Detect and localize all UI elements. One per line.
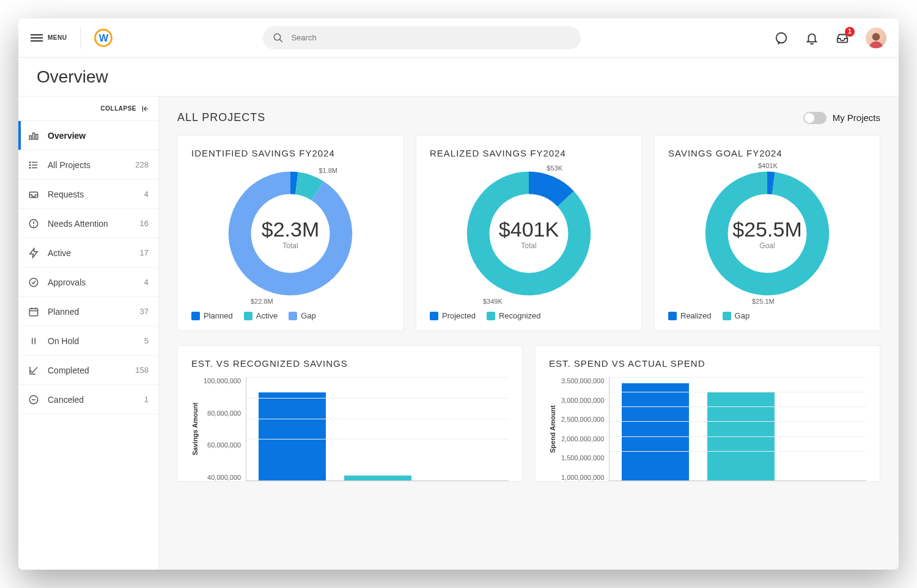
svg-point-20: [29, 278, 38, 287]
search-input[interactable]: [291, 33, 571, 42]
donut-sub: Total: [282, 241, 298, 250]
y-tick: 2,500,000,000: [561, 416, 604, 423]
list-icon: [28, 160, 39, 171]
segment-label-bottom: $22.8M: [251, 298, 273, 305]
sidebar-item-planned[interactable]: Planned 37: [18, 297, 158, 326]
topbar: MENU 1: [18, 18, 899, 57]
sidebar-item-count: 4: [144, 277, 149, 287]
svg-point-12: [29, 161, 31, 163]
y-tick: 40,000,000: [204, 474, 241, 481]
page-header: Overview: [18, 57, 899, 97]
legend-item: Gap: [289, 311, 316, 320]
minus-circle-icon: [28, 394, 39, 405]
card-title: EST. VS RECOGNIZED SAVINGS: [191, 358, 509, 369]
bar: [344, 476, 411, 480]
avatar-icon: [867, 30, 885, 48]
y-tick: 3,500,000,000: [561, 377, 604, 384]
donut-chart: $25.5M Goal $401K $25.1M: [697, 163, 838, 304]
svg-rect-21: [29, 308, 38, 315]
legend-label: Realized: [680, 311, 712, 320]
calendar-icon: [28, 306, 39, 317]
sidebar-item-label: Needs Attention: [48, 219, 108, 229]
sidebar-item-count: 37: [140, 307, 149, 316]
legend-label: Active: [256, 311, 278, 320]
bar-chart: Spend Amount 3,500,000,0003,000,000,0002…: [549, 377, 866, 481]
segment-label-top: $401K: [758, 162, 778, 169]
y-ticks: 3,500,000,0003,000,000,0002,500,000,0002…: [556, 377, 609, 481]
sidebar-item-label: Planned: [48, 307, 79, 317]
legend-item: Projected: [430, 311, 476, 320]
check-circle-icon: [28, 277, 39, 288]
segment-label-bottom: $25.1M: [752, 298, 775, 305]
legend-item: Realized: [668, 311, 712, 320]
main-header: ALL PROJECTS My Projects: [177, 111, 880, 124]
menu-button[interactable]: MENU: [31, 34, 67, 42]
legend-swatch: [191, 312, 200, 320]
sidebar-item-label: Canceled: [48, 395, 84, 405]
donut-chart: $2.3M Total $1.8M $22.8M: [220, 163, 361, 304]
bolt-icon: [28, 248, 39, 259]
sidebar-item-requests[interactable]: Requests 4: [18, 180, 158, 209]
inbox-button[interactable]: 1: [835, 31, 850, 45]
hamburger-icon: [31, 34, 43, 42]
legend-swatch: [723, 312, 731, 320]
pause-icon: [28, 336, 39, 347]
sidebar-item-label: Approvals: [48, 277, 86, 287]
y-tick: 1,000,000,000: [561, 474, 604, 481]
chat-icon: [775, 31, 788, 45]
bar-card-row: EST. VS RECOGNIZED SAVINGS Savings Amoun…: [177, 345, 880, 482]
svg-point-18: [34, 226, 34, 226]
chat-button[interactable]: [774, 31, 789, 45]
sidebar-item-label: Requests: [48, 189, 84, 199]
legend-item: Recognized: [487, 311, 541, 320]
legend-swatch: [487, 312, 495, 320]
collapse-button[interactable]: COLLAPSE: [18, 97, 158, 121]
legend-label: Recognized: [499, 311, 541, 320]
plot-area: [609, 377, 866, 481]
user-avatar[interactable]: [866, 28, 886, 48]
sidebar-item-on-hold[interactable]: On Hold 5: [18, 326, 158, 356]
y-axis-label: Spend Amount: [549, 377, 556, 481]
card-realized-savings: REALIZED SAVINGS FY2024 $401K Total $53K…: [416, 135, 642, 331]
svg-marker-19: [30, 248, 37, 257]
notifications-button[interactable]: [805, 31, 819, 45]
sidebar-item-approvals[interactable]: Approvals 4: [18, 268, 158, 297]
svg-rect-7: [33, 133, 35, 139]
sidebar-item-all-projects[interactable]: All Projects 228: [18, 150, 158, 180]
sidebar-item-count: 5: [144, 336, 149, 345]
donut-chart: $401K Total $53K $349K: [458, 163, 599, 304]
donut-card-row: IDENTIFIED SAVINGS FY2024 $2.3M Total $1…: [177, 135, 880, 331]
sidebar-item-count: 17: [140, 248, 149, 257]
card-title: EST. SPEND VS ACTUAL SPEND: [549, 358, 866, 369]
sidebar-item-count: 228: [135, 160, 149, 169]
search-icon: [273, 32, 284, 43]
card-title: SAVINGS GOAL FY2024: [668, 148, 866, 158]
svg-rect-8: [36, 134, 38, 139]
collapse-icon: [141, 105, 150, 113]
sidebar-item-active[interactable]: Active 17: [18, 238, 158, 268]
sidebar-item-label: Active: [48, 248, 71, 258]
svg-point-2: [776, 32, 787, 43]
svg-point-3: [872, 33, 880, 41]
legend-item: Active: [244, 311, 278, 320]
legend: ProjectedRecognized: [430, 311, 628, 320]
sidebar-item-count: 158: [135, 366, 149, 375]
sidebar-item-count: 4: [144, 189, 149, 199]
section-title: ALL PROJECTS: [177, 111, 265, 124]
page-title: Overview: [37, 67, 108, 87]
donut-value: $401K: [499, 218, 559, 241]
menu-label: MENU: [48, 34, 67, 41]
sidebar-item-overview[interactable]: Overview: [18, 121, 158, 150]
sidebar-item-canceled[interactable]: Canceled 1: [18, 385, 158, 414]
search-box[interactable]: [263, 26, 581, 50]
workday-logo[interactable]: [94, 29, 112, 47]
my-projects-toggle-wrap: My Projects: [803, 112, 880, 124]
y-tick: 3,000,000,000: [561, 397, 604, 404]
segment-label-bottom: $349K: [483, 298, 503, 305]
my-projects-toggle[interactable]: [803, 112, 827, 124]
sidebar-item-needs-attention[interactable]: Needs Attention 16: [18, 209, 158, 238]
sidebar-item-completed[interactable]: Completed 158: [18, 356, 158, 385]
sidebar: COLLAPSE Overview All Projects 228 Reque…: [18, 97, 159, 570]
segment-label-top: $1.8M: [319, 167, 337, 174]
legend-item: Planned: [191, 311, 233, 320]
